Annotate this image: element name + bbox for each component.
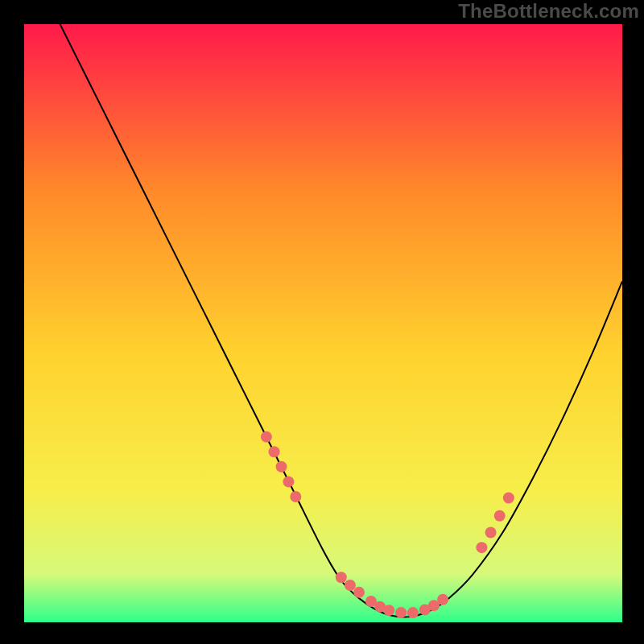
marker-dot bbox=[476, 542, 487, 553]
bottleneck-chart bbox=[0, 0, 644, 644]
marker-dot bbox=[283, 476, 294, 487]
marker-dot bbox=[336, 572, 347, 583]
marker-dot bbox=[485, 527, 497, 539]
marker-dot bbox=[407, 607, 419, 618]
plot-background bbox=[24, 24, 622, 622]
marker-dot bbox=[275, 461, 287, 473]
marker-dot bbox=[269, 446, 280, 457]
marker-dot bbox=[345, 580, 356, 591]
marker-dot bbox=[503, 492, 514, 503]
marker-dot bbox=[395, 607, 407, 618]
watermark-text: TheBottleneck.com bbox=[458, 0, 639, 23]
marker-dot bbox=[494, 510, 506, 522]
chart-stage: TheBottleneck.com bbox=[0, 0, 644, 644]
marker-dot bbox=[437, 594, 448, 605]
marker-dot bbox=[261, 431, 272, 443]
marker-dot bbox=[290, 491, 301, 502]
marker-dot bbox=[383, 605, 394, 616]
marker-dot bbox=[353, 587, 365, 598]
